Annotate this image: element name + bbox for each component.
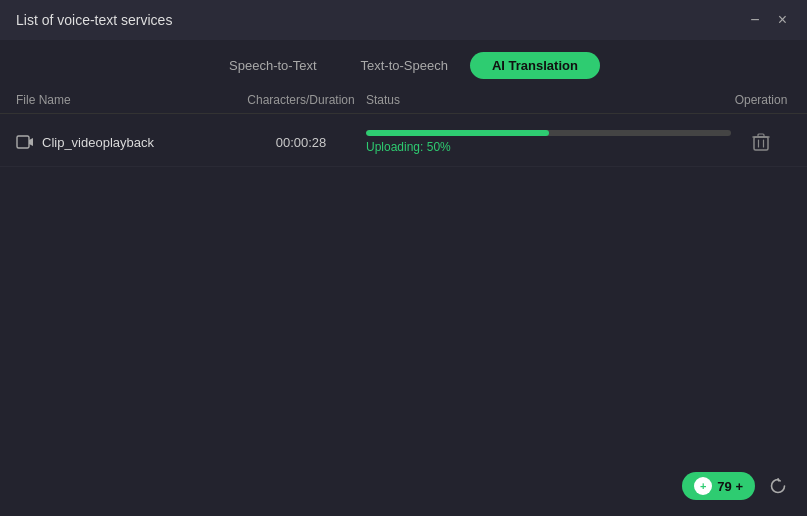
refresh-button[interactable] <box>765 473 791 499</box>
title-bar: List of voice-text services − × <box>0 0 807 40</box>
file-info-cell: Clip_videoplayback <box>16 134 236 150</box>
title-bar-controls: − × <box>746 10 791 30</box>
delete-button[interactable] <box>748 128 774 156</box>
tab-ai-translation[interactable]: AI Translation <box>470 52 600 79</box>
window-title: List of voice-text services <box>16 12 172 28</box>
col-header-duration: Characters/Duration <box>236 93 366 107</box>
file-operation-cell <box>731 128 791 156</box>
progress-label: Uploading: 50% <box>366 140 731 154</box>
table-header: File Name Characters/Duration Status Ope… <box>0 87 807 114</box>
svg-rect-0 <box>17 136 29 148</box>
credits-count: 79 + <box>717 479 743 494</box>
col-header-filename: File Name <box>16 93 236 107</box>
svg-rect-2 <box>754 137 768 150</box>
file-name-label: Clip_videoplayback <box>42 135 154 150</box>
minimize-button[interactable]: − <box>746 10 763 30</box>
credits-icon: + <box>694 477 712 495</box>
tab-speech-to-text[interactable]: Speech-to-Text <box>207 52 338 79</box>
svg-rect-4 <box>758 134 764 137</box>
progress-track <box>366 130 731 136</box>
main-window: List of voice-text services − × Speech-t… <box>0 0 807 516</box>
bottom-bar: + 79 + <box>682 472 791 500</box>
file-duration-cell: 00:00:28 <box>236 135 366 150</box>
file-status-cell: Uploading: 50% <box>366 130 731 154</box>
close-button[interactable]: × <box>774 10 791 30</box>
tab-bar: Speech-to-Text Text-to-Speech AI Transla… <box>0 40 807 87</box>
col-header-operation: Operation <box>731 93 791 107</box>
table-row: Clip_videoplayback 00:00:28 Uploading: 5… <box>0 118 807 167</box>
progress-fill <box>366 130 549 136</box>
table-body: Clip_videoplayback 00:00:28 Uploading: 5… <box>0 114 807 516</box>
file-video-icon <box>16 134 34 150</box>
col-header-status: Status <box>366 93 731 107</box>
tab-text-to-speech[interactable]: Text-to-Speech <box>339 52 470 79</box>
credits-button[interactable]: + 79 + <box>682 472 755 500</box>
